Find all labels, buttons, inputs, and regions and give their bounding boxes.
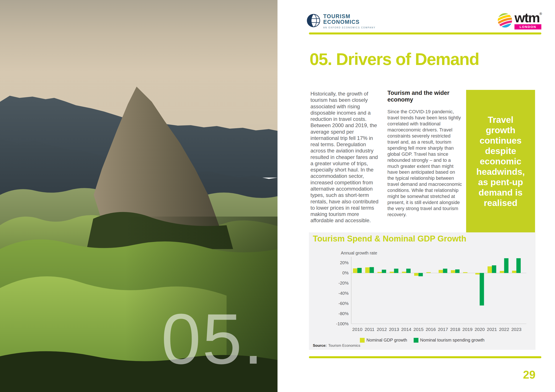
bar-2023-series2 — [516, 258, 521, 273]
bar-2018-series1 — [451, 270, 455, 273]
wtm-wordmark: wtm® — [514, 13, 541, 23]
y-tick-label: 0% — [342, 271, 349, 275]
x-tick-label: 2011 — [365, 327, 374, 332]
page-number: 29 — [523, 368, 535, 381]
bar-2013-series2 — [394, 269, 398, 273]
globe-icon — [306, 14, 321, 28]
bottom-divider-rule — [309, 356, 541, 358]
pull-quote-text: Travel growth continues despite economic… — [466, 115, 535, 208]
bar-2021-series1 — [488, 266, 492, 273]
body-column-2-text: Since the COVID-19 pandemic, travel tren… — [387, 109, 463, 218]
y-tick-label: -60% — [338, 301, 349, 306]
chart-source: Source:Tourism Economics — [313, 343, 360, 348]
x-tick-label: 2016 — [426, 327, 436, 332]
bar-2016-series1 — [426, 272, 431, 273]
pull-quote-box: Travel growth continues despite economic… — [466, 90, 535, 233]
bar-2013-series1 — [390, 272, 394, 273]
x-tick-label: 2010 — [352, 327, 363, 332]
x-tick-label: 2017 — [438, 327, 448, 332]
x-tick-label: 2019 — [462, 327, 473, 332]
y-tick-label: -100% — [336, 321, 349, 326]
bar-2010-series2 — [357, 268, 362, 273]
chapter-number-watermark: 05. — [161, 309, 264, 370]
bar-2014-series2 — [406, 269, 411, 273]
x-tick-label: 2015 — [413, 327, 424, 332]
bar-2022-series2 — [504, 258, 508, 273]
x-tick-label: 2021 — [487, 327, 497, 332]
bar-2015-series1 — [414, 273, 418, 276]
legend-label: Nominal tourism spending growth — [420, 338, 485, 343]
source-label: Source: — [313, 343, 327, 348]
legend-item: Nominal GDP growth — [360, 338, 407, 343]
x-tick-label: 2022 — [499, 327, 509, 332]
y-tick-label: -80% — [338, 311, 349, 316]
y-tick-label: 20% — [340, 260, 349, 265]
legend-label: Nominal GDP growth — [366, 338, 407, 343]
bar-2018-series2 — [455, 269, 460, 273]
te-logo-tagline: AN OXFORD ECONOMICS COMPANY — [323, 26, 375, 29]
x-tick-label: 2020 — [475, 327, 485, 332]
section-heading: Tourism and the wider economy — [387, 90, 463, 103]
source-value: Tourism Economics — [328, 343, 360, 348]
bar-2015-series2 — [418, 273, 423, 276]
bar-2012-series1 — [377, 272, 382, 273]
page-title: 05. Drivers of Demand — [310, 49, 479, 69]
wtm-london-logo: wtm® LONDON — [497, 13, 541, 29]
bar-2021-series2 — [492, 265, 496, 273]
wtm-london-badge: LONDON — [514, 24, 541, 29]
bar-2020-series1 — [475, 273, 480, 274]
bar-2012-series2 — [382, 270, 386, 273]
y-tick-label: -20% — [338, 281, 349, 285]
body-column-1: Historically, the growth of tourism has … — [310, 91, 380, 224]
report-page: TOURISM ECONOMICS AN OXFORD ECONOMICS CO… — [278, 0, 555, 392]
bar-2020-series2 — [480, 273, 484, 305]
chart-legend: Nominal GDP growthNominal tourism spendi… — [309, 338, 535, 343]
bar-2011-series1 — [365, 267, 370, 273]
x-tick-label: 2012 — [377, 327, 387, 332]
x-tick-label: 2014 — [401, 327, 411, 332]
x-tick-label: 2023 — [511, 327, 521, 332]
y-tick-label: -40% — [338, 291, 349, 296]
te-logo-line1: TOURISM — [323, 14, 375, 19]
bar-2019-series1 — [463, 272, 467, 273]
chapter-photo: 05. — [0, 0, 278, 392]
top-divider-rule — [309, 33, 541, 35]
bar-2017-series2 — [443, 269, 447, 273]
registered-mark-icon: ® — [539, 12, 541, 16]
bar-2010-series1 — [353, 268, 357, 273]
bar-2023-series1 — [512, 271, 516, 273]
wtm-globe-icon — [497, 13, 513, 28]
chart-panel: Tourism Spend & Nominal GDP Growth Annua… — [309, 232, 535, 350]
bar-2014-series1 — [402, 272, 406, 273]
bar-2022-series1 — [500, 271, 504, 273]
x-tick-label: 2018 — [450, 327, 460, 332]
tourism-economics-logo: TOURISM ECONOMICS AN OXFORD ECONOMICS CO… — [306, 14, 375, 29]
x-tick-label: 2013 — [389, 327, 399, 332]
legend-swatch — [360, 338, 365, 343]
legend-item: Nominal tourism spending growth — [414, 338, 485, 343]
te-logo-line2: ECONOMICS — [323, 19, 375, 25]
bar-chart: 20%0%-20%-40%-60%-80%-100%20102011201220… — [309, 232, 535, 334]
legend-swatch — [414, 338, 418, 343]
bar-2011-series2 — [370, 267, 374, 273]
bar-2017-series1 — [438, 270, 443, 273]
body-column-2: Tourism and the wider economy Since the … — [387, 90, 463, 218]
